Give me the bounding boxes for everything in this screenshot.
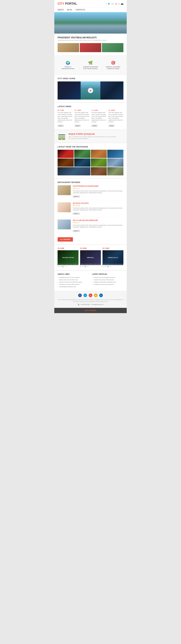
video-container[interactable]: ▶ xyxy=(58,82,124,100)
latest-articles-col: LATEST ARTICLES Aenean nec arcu vestibul… xyxy=(92,273,124,288)
news-date-3: 17. JUNE xyxy=(92,110,106,111)
nav-blog[interactable]: BLOG xyxy=(67,9,72,11)
photo-item-1[interactable] xyxy=(58,43,79,52)
comments-count-1: 16 xyxy=(65,266,66,267)
instagram-photo-6[interactable] xyxy=(74,158,90,167)
main-content: PRAESENT VESTIBULUM MOLESTI SUSPENDISSE … xyxy=(54,34,127,56)
likes-count-1: 54 xyxy=(60,266,61,267)
article-link-4[interactable]: Vestibulum lorem non por posuere xyxy=(92,284,124,285)
useful-link-3[interactable]: Aenean non proin molestie dolor ipsum xyxy=(58,281,89,283)
instagram-photo-5[interactable] xyxy=(58,158,74,167)
news-more-2[interactable]: MORE xyxy=(74,125,81,127)
googleplus-icon[interactable]: g+ xyxy=(112,3,114,5)
navigation: ABOUT BLOG CONTACTS xyxy=(54,8,127,12)
film-strip-3 xyxy=(102,264,124,265)
footer-brand-bar: CITY PORTAL xyxy=(54,308,127,313)
twitter-icon[interactable]: 🐦 xyxy=(108,3,110,5)
article-link-2[interactable]: Faucibus orci luctus ultrici posuere xyxy=(92,279,124,280)
likes-count-2: 54 xyxy=(82,266,84,267)
review-stars-3: ★★★★★ xyxy=(73,222,124,224)
news-text-4: Proin duis egestas velit. Fusce auismod … xyxy=(108,112,124,123)
instagram-photo-4[interactable] xyxy=(107,150,124,158)
linkedin-icon[interactable]: in xyxy=(118,3,120,5)
news-more-3[interactable]: MORE xyxy=(92,125,98,127)
header: CITY PORTAL 𝑓 🐦 g+ ◉ in 📷 xyxy=(54,0,127,8)
review-more-3[interactable]: MORE + xyxy=(73,230,80,232)
latest-news-title: LATEST NEWS xyxy=(58,106,124,108)
review-image-1[interactable] xyxy=(58,185,71,195)
article-link-1[interactable]: Aenean nec arcu vestibul duis ipsum xyxy=(92,277,124,278)
news-date-2: 22. JUNE xyxy=(74,110,90,111)
event-meta-1: ♥ 54 💬 16 xyxy=(58,266,78,267)
useful-links-list: Vestibulum lorem non por molestia Etiam … xyxy=(58,277,89,288)
event-title-3: HIDDEN VALLEY xyxy=(102,250,124,265)
facebook-icon[interactable]: 𝑓 xyxy=(106,3,106,5)
useful-link-1[interactable]: Vestibulum lorem non por molestia xyxy=(58,277,89,278)
latest-articles-list: Aenean nec arcu vestibul duis ipsum Fauc… xyxy=(92,277,124,285)
comments-count-2: 15 xyxy=(87,266,89,267)
rss-icon[interactable]: ◉ xyxy=(115,3,117,5)
footer-twitter-icon[interactable]: t xyxy=(84,294,87,297)
footer-bottom: f t g+ ◉ in You're receiving this email … xyxy=(54,292,127,308)
review-more-1[interactable]: MORE + xyxy=(73,196,80,198)
social-icons-header: 𝑓 🐦 g+ ◉ in 📷 xyxy=(106,3,124,5)
all-reviews-button[interactable]: ALL REVIEWS xyxy=(58,237,73,242)
category-federal[interactable]: 🎯 FEDERAL ECONOMICSTIMULUS FUNDS xyxy=(103,59,124,72)
nav-contacts[interactable]: CONTACTS xyxy=(76,9,85,11)
category-summer[interactable]: 🌿 SUMMER PROGRAMSFOR YOUNG PEOPLE xyxy=(80,59,101,72)
event-title-1: THE NEW VISITOR xyxy=(58,250,78,265)
review-more-2[interactable]: MORE + xyxy=(73,212,80,215)
review-image-3[interactable] xyxy=(58,220,71,229)
news-section: LATEST NEWS 25. JUNE Proin duis egestas … xyxy=(54,103,127,129)
instagram-photo-11[interactable] xyxy=(107,167,124,176)
video-right-panel xyxy=(100,82,124,100)
instagram-photo-3[interactable] xyxy=(91,150,107,158)
review-image-2[interactable] xyxy=(58,202,71,212)
article-link-3[interactable]: Sodales erat faucibus sollicitudin velit xyxy=(92,281,124,283)
photo-item-3[interactable] xyxy=(102,43,124,52)
likes-count-3: 64 xyxy=(104,266,106,267)
instagram-photo-8[interactable] xyxy=(107,158,124,167)
instagram-title: LATEST FROM THE INSTAGRAM xyxy=(58,146,124,148)
events-section: 25 JUNE THE NEW VISITOR ♥ 54 💬 16 23 JUN… xyxy=(54,245,127,270)
play-icon: ▶ xyxy=(90,89,92,92)
film-strip-2 xyxy=(80,264,101,265)
instagram-photo-10[interactable] xyxy=(91,167,107,176)
instagram-icon[interactable]: 📷 xyxy=(121,3,124,5)
footer-social-icons: f t g+ ◉ in xyxy=(58,294,124,297)
footer-rss-icon[interactable]: ◉ xyxy=(94,294,98,297)
useful-link-5[interactable]: Suspendisse sollicitudin velit xyxy=(58,286,89,288)
news-item-1: 25. JUNE Proin duis egestas velit. Fusce… xyxy=(58,110,72,127)
news-more-4[interactable]: MORE xyxy=(108,125,114,127)
footer-phone: 📞 +1 800 555 9535 ✉ mail@domain.org xyxy=(58,304,124,305)
useful-link-2[interactable]: Etiam cursus nec vel metus null xyxy=(58,279,89,280)
event-title-2: IMMORTAL xyxy=(80,250,101,265)
instagram-photo-1[interactable] xyxy=(58,150,74,158)
review-title-3: VEL ILLUM QUI DOLOREM EUM xyxy=(73,220,124,221)
footer-googleplus-icon[interactable]: g+ xyxy=(89,294,92,297)
hero-image xyxy=(54,12,127,34)
banner-content: NEQUE PORRO QUISQUAM SED UT PERSPICIATIS… xyxy=(68,133,124,140)
event-poster-3[interactable]: HIDDEN VALLEY xyxy=(102,250,124,265)
instagram-photo-2[interactable] xyxy=(74,150,90,158)
event-poster-2[interactable]: IMMORTAL xyxy=(80,250,101,265)
email-address: mail@domain.org xyxy=(93,304,103,305)
nav-about[interactable]: ABOUT xyxy=(58,9,64,11)
instagram-photo-7[interactable] xyxy=(91,158,107,167)
logo[interactable]: CITY PORTAL xyxy=(58,2,77,6)
useful-link-4[interactable]: Faucibus orci luctus ultrici posuere xyxy=(58,284,89,285)
event-date-3: 22 JUNE xyxy=(102,248,124,249)
footer-brand-suffix: PORTAL xyxy=(89,310,96,312)
event-poster-1[interactable]: THE NEW VISITOR xyxy=(58,250,78,265)
footer-facebook-icon[interactable]: f xyxy=(78,294,82,297)
footer-linkedin-icon[interactable]: in xyxy=(99,294,103,297)
instagram-photo-9[interactable] xyxy=(58,167,90,176)
latest-articles-title: LATEST ARTICLES xyxy=(92,273,124,275)
photo-item-2[interactable] xyxy=(80,43,101,52)
review-content-2: QUI IN EA VOLUPTA ★★★★★ Proin dictum ele… xyxy=(73,202,124,215)
event-item-3: 22 JUNE HIDDEN VALLEY ♥ 64 💬 16 xyxy=(102,248,124,267)
review-item-1: VOLUPTATEM ACCUSANTIUNED ★★★★★ Proin dic… xyxy=(58,185,124,200)
category-travel[interactable]: 🌍 TRAVEL &TRANSPORTATION xyxy=(58,59,78,72)
phone-icon: 📞 xyxy=(78,304,80,305)
news-more-1[interactable]: MORE xyxy=(58,125,64,127)
